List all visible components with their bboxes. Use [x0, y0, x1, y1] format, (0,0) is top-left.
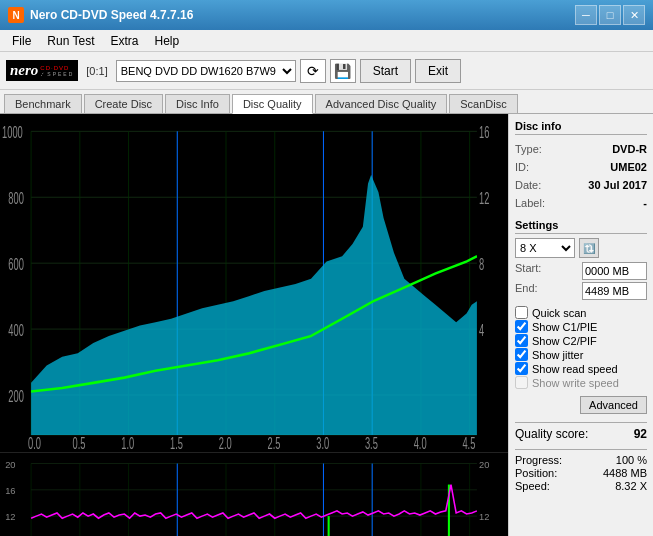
- show-jitter-checkbox[interactable]: [515, 348, 528, 361]
- settings-icon-button[interactable]: 🔃: [579, 238, 599, 258]
- nero-logo: nero CD·DVD ⟋SPEED: [6, 60, 78, 81]
- save-button[interactable]: 💾: [330, 59, 356, 83]
- tab-benchmark[interactable]: Benchmark: [4, 94, 82, 113]
- start-button[interactable]: Start: [360, 59, 411, 83]
- svg-text:8: 8: [479, 256, 484, 274]
- maximize-button[interactable]: □: [599, 5, 621, 25]
- disc-label-row: Label: -: [515, 197, 647, 209]
- tab-disc-quality[interactable]: Disc Quality: [232, 94, 313, 114]
- drive-label: [0:1]: [86, 65, 107, 77]
- quick-scan-label: Quick scan: [532, 307, 586, 319]
- progress-row: Progress: 100 %: [515, 454, 647, 466]
- show-c2-pif-checkbox[interactable]: [515, 334, 528, 347]
- end-label: End:: [515, 282, 538, 300]
- show-write-speed-row: Show write speed: [515, 376, 647, 389]
- show-c1-pie-checkbox[interactable]: [515, 320, 528, 333]
- svg-text:4.0: 4.0: [414, 434, 427, 452]
- chart-top: 1000 800 600 400 200 16 12 8 4 0.0 0.5 1…: [0, 114, 508, 452]
- bottom-chart-svg: 20 16 12 8 4 20 12 8 4 0.0 0.5 1.0 1.5 2…: [0, 453, 508, 536]
- main-content: 1000 800 600 400 200 16 12 8 4 0.0 0.5 1…: [0, 114, 653, 536]
- tab-disc-info[interactable]: Disc Info: [165, 94, 230, 113]
- svg-text:0.5: 0.5: [73, 434, 86, 452]
- disc-type-value: DVD-R: [612, 143, 647, 155]
- right-panel: Disc info Type: DVD-R ID: UME02 Date: 30…: [508, 114, 653, 536]
- tab-advanced-disc-quality[interactable]: Advanced Disc Quality: [315, 94, 448, 113]
- svg-text:400: 400: [8, 321, 24, 339]
- show-jitter-label: Show jitter: [532, 349, 583, 361]
- svg-text:2.0: 2.0: [219, 434, 232, 452]
- position-value: 4488 MB: [603, 467, 647, 479]
- start-label: Start:: [515, 262, 541, 280]
- show-write-speed-label: Show write speed: [532, 377, 619, 389]
- window-controls[interactable]: ─ □ ✕: [575, 5, 645, 25]
- progress-value: 100 %: [616, 454, 647, 466]
- svg-text:16: 16: [5, 485, 15, 496]
- disc-label-label: Label:: [515, 197, 545, 209]
- menu-bar: File Run Test Extra Help: [0, 30, 653, 52]
- disc-type-row: Type: DVD-R: [515, 143, 647, 155]
- svg-text:600: 600: [8, 256, 24, 274]
- quick-scan-checkbox[interactable]: [515, 306, 528, 319]
- svg-text:800: 800: [8, 190, 24, 208]
- position-label: Position:: [515, 467, 557, 479]
- tab-create-disc[interactable]: Create Disc: [84, 94, 163, 113]
- end-input[interactable]: [582, 282, 647, 300]
- menu-help[interactable]: Help: [147, 32, 188, 50]
- end-row: End:: [515, 282, 647, 300]
- svg-text:20: 20: [5, 459, 15, 470]
- speed-row: 8 X 🔃: [515, 238, 647, 258]
- checkboxes-section: Quick scan Show C1/PIE Show C2/PIF Show …: [515, 306, 647, 390]
- advanced-button[interactable]: Advanced: [580, 396, 647, 414]
- speed-select[interactable]: 8 X: [515, 238, 575, 258]
- menu-extra[interactable]: Extra: [102, 32, 146, 50]
- svg-text:3.5: 3.5: [365, 434, 378, 452]
- charts-container: 1000 800 600 400 200 16 12 8 4 0.0 0.5 1…: [0, 114, 508, 536]
- quick-scan-row: Quick scan: [515, 306, 647, 319]
- disc-id-value: UME02: [610, 161, 647, 173]
- settings-section: Settings 8 X 🔃 Start: End:: [515, 219, 647, 302]
- show-write-speed-checkbox: [515, 376, 528, 389]
- app-icon: N: [8, 7, 24, 23]
- tab-scandisc[interactable]: ScanDisc: [449, 94, 517, 113]
- refresh-button[interactable]: ⟳: [300, 59, 326, 83]
- show-c1-pie-row: Show C1/PIE: [515, 320, 647, 333]
- menu-run-test[interactable]: Run Test: [39, 32, 102, 50]
- svg-rect-96: [328, 516, 330, 536]
- quality-value: 92: [634, 427, 647, 441]
- toolbar: nero CD·DVD ⟋SPEED [0:1] BENQ DVD DD DW1…: [0, 52, 653, 90]
- disc-id-row: ID: UME02: [515, 161, 647, 173]
- start-input[interactable]: [582, 262, 647, 280]
- show-read-speed-checkbox[interactable]: [515, 362, 528, 375]
- close-button[interactable]: ✕: [623, 5, 645, 25]
- progress-section: Progress: 100 % Position: 4488 MB Speed:…: [515, 449, 647, 493]
- svg-text:16: 16: [479, 124, 489, 142]
- disc-date-label: Date:: [515, 179, 541, 191]
- disc-id-label: ID:: [515, 161, 529, 173]
- title-bar: N Nero CD-DVD Speed 4.7.7.16 ─ □ ✕: [0, 0, 653, 30]
- charts-and-panel: 1000 800 600 400 200 16 12 8 4 0.0 0.5 1…: [0, 114, 653, 536]
- position-row: Position: 4488 MB: [515, 467, 647, 479]
- show-jitter-row: Show jitter: [515, 348, 647, 361]
- chart-bottom: 20 16 12 8 4 20 12 8 4 0.0 0.5 1.0 1.5 2…: [0, 452, 508, 536]
- drive-select[interactable]: BENQ DVD DD DW1620 B7W9: [116, 60, 296, 82]
- disc-info-title: Disc info: [515, 120, 647, 135]
- advanced-btn-container: Advanced: [515, 396, 647, 414]
- svg-text:4: 4: [479, 321, 484, 339]
- svg-text:4.5: 4.5: [462, 434, 475, 452]
- svg-text:12: 12: [5, 511, 15, 522]
- exit-button[interactable]: Exit: [415, 59, 461, 83]
- start-row: Start:: [515, 262, 647, 280]
- minimize-button[interactable]: ─: [575, 5, 597, 25]
- progress-label: Progress:: [515, 454, 562, 466]
- top-chart-svg: 1000 800 600 400 200 16 12 8 4 0.0 0.5 1…: [0, 114, 508, 452]
- svg-text:1.0: 1.0: [121, 434, 134, 452]
- menu-file[interactable]: File: [4, 32, 39, 50]
- speed-value: 8.32 X: [615, 480, 647, 492]
- quality-row: Quality score: 92: [515, 422, 647, 441]
- show-c1-pie-label: Show C1/PIE: [532, 321, 597, 333]
- disc-date-row: Date: 30 Jul 2017: [515, 179, 647, 191]
- svg-text:12: 12: [479, 190, 489, 208]
- svg-text:3.0: 3.0: [316, 434, 329, 452]
- show-read-speed-label: Show read speed: [532, 363, 618, 375]
- show-c2-pif-row: Show C2/PIF: [515, 334, 647, 347]
